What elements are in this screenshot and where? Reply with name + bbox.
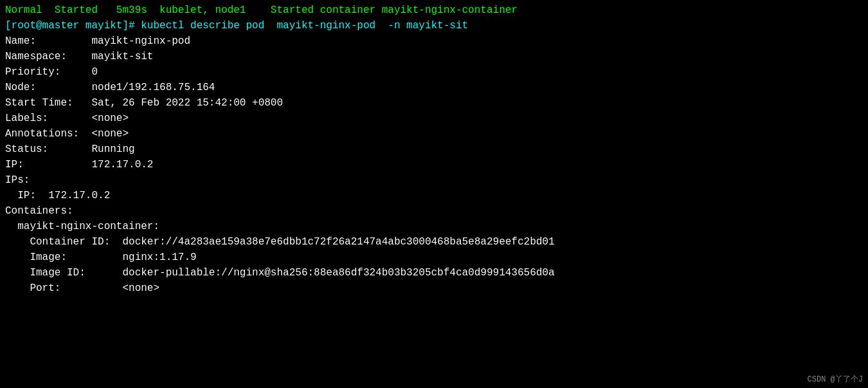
line-12: IPs: [5, 172, 863, 188]
line-10: Status: Running [5, 142, 863, 157]
line-5: Priority: 0 [5, 64, 863, 80]
line-19: Port: <none> [5, 281, 863, 296]
line-1: Normal Started 5m39s kubelet, node1 Star… [5, 3, 863, 18]
line-13: IP: 172.17.0.2 [5, 188, 863, 203]
watermark: CSDN @丫了个J [808, 374, 863, 385]
line-3: Name: mayikt-nginx-pod [5, 33, 863, 49]
line-17: Image: nginx:1.17.9 [5, 250, 863, 265]
line-8: Labels: <none> [5, 111, 863, 126]
line-11: IP: 172.17.0.2 [5, 157, 863, 172]
line-6: Node: node1/192.168.75.164 [5, 80, 863, 95]
line-14: Containers: [5, 203, 863, 219]
line-7: Start Time: Sat, 26 Feb 2022 15:42:00 +0… [5, 95, 863, 111]
line-2: [root@master mayikt]# kubectl describe p… [5, 18, 863, 33]
line-9: Annotations: <none> [5, 126, 863, 142]
terminal-window: Normal Started 5m39s kubelet, node1 Star… [5, 3, 863, 385]
line-15: mayikt-nginx-container: [5, 219, 863, 234]
line-4: Namespace: mayikt-sit [5, 49, 863, 64]
line-18: Image ID: docker-pullable://nginx@sha256… [5, 265, 863, 281]
line-16: Container ID: docker://4a283ae159a38e7e6… [5, 234, 863, 250]
